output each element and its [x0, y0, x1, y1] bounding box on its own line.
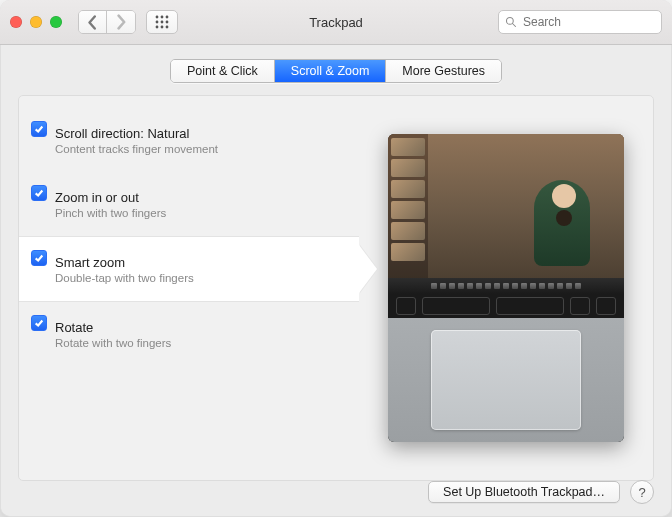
options-list: Scroll direction: NaturalContent tracks …	[19, 96, 359, 480]
footer: Set Up Bluetooth Trackpad… ?	[0, 467, 672, 517]
tabs-segmented-control: Point & ClickScroll & ZoomMore Gestures	[170, 59, 502, 83]
grid-icon	[155, 15, 169, 29]
tab-label: Point & Click	[187, 64, 258, 78]
option-subtitle: Double-tap with two fingers	[55, 272, 359, 284]
minimize-icon[interactable]	[30, 16, 42, 28]
svg-point-4	[161, 21, 164, 24]
svg-point-3	[156, 21, 159, 24]
option-subtitle: Content tracks finger movement	[55, 143, 359, 155]
option-subtitle: Pinch with two fingers	[55, 207, 359, 219]
preferences-window: Trackpad Point & ClickScroll & ZoomMore …	[0, 0, 672, 517]
option-label: Rotate	[55, 320, 359, 335]
device-preview	[388, 134, 624, 442]
checkbox[interactable]	[31, 121, 47, 137]
checkmark-icon	[34, 253, 44, 263]
checkmark-icon	[34, 188, 44, 198]
close-icon[interactable]	[10, 16, 22, 28]
svg-line-10	[513, 24, 516, 27]
option-subtitle: Rotate with two fingers	[55, 337, 359, 349]
preview-screen	[388, 134, 624, 278]
show-all-button[interactable]	[146, 10, 178, 34]
option-zoom[interactable]: Zoom in or outPinch with two fingers	[19, 172, 359, 236]
checkbox[interactable]	[31, 250, 47, 266]
preview-thumbnails	[388, 134, 428, 278]
tab-label: More Gestures	[402, 64, 485, 78]
zoom-icon[interactable]	[50, 16, 62, 28]
preview-touchbar	[388, 294, 624, 318]
back-button[interactable]	[79, 11, 107, 33]
checkmark-icon	[34, 124, 44, 134]
search-field[interactable]	[498, 10, 662, 34]
setup-bluetooth-trackpad-button[interactable]: Set Up Bluetooth Trackpad…	[428, 481, 620, 503]
checkbox[interactable]	[31, 315, 47, 331]
option-rotate[interactable]: RotateRotate with two fingers	[19, 302, 359, 366]
svg-point-2	[166, 16, 169, 19]
tab-label: Scroll & Zoom	[291, 64, 370, 78]
checkbox[interactable]	[31, 185, 47, 201]
help-button[interactable]: ?	[630, 480, 654, 504]
option-smart-zoom[interactable]: Smart zoomDouble-tap with two fingers	[19, 236, 359, 302]
svg-point-8	[166, 26, 169, 29]
chevron-right-icon	[113, 14, 129, 30]
chevron-left-icon	[85, 15, 100, 30]
preview-dock	[388, 278, 624, 294]
option-scroll-direction[interactable]: Scroll direction: NaturalContent tracks …	[19, 108, 359, 172]
tab-point-click[interactable]: Point & Click	[171, 60, 275, 82]
svg-point-5	[166, 21, 169, 24]
nav-buttons	[78, 10, 136, 34]
svg-point-0	[156, 16, 159, 19]
option-label: Zoom in or out	[55, 190, 359, 205]
tab-scroll-zoom[interactable]: Scroll & Zoom	[275, 60, 387, 82]
search-icon	[505, 16, 517, 28]
search-input[interactable]	[521, 14, 672, 30]
window-controls	[10, 16, 62, 28]
gesture-preview	[359, 96, 653, 480]
svg-point-1	[161, 16, 164, 19]
forward-button[interactable]	[107, 11, 135, 33]
tabs-row: Point & ClickScroll & ZoomMore Gestures	[0, 45, 672, 95]
tab-more-gestures[interactable]: More Gestures	[386, 60, 501, 82]
svg-point-7	[161, 26, 164, 29]
titlebar: Trackpad	[0, 0, 672, 45]
checkmark-icon	[34, 318, 44, 328]
svg-point-6	[156, 26, 159, 29]
option-label: Smart zoom	[55, 255, 359, 270]
content-card: Scroll direction: NaturalContent tracks …	[18, 95, 654, 481]
preview-photo	[428, 134, 624, 278]
preview-trackpad-body	[388, 318, 624, 442]
option-label: Scroll direction: Natural	[55, 126, 359, 141]
preview-trackpad	[431, 330, 581, 430]
